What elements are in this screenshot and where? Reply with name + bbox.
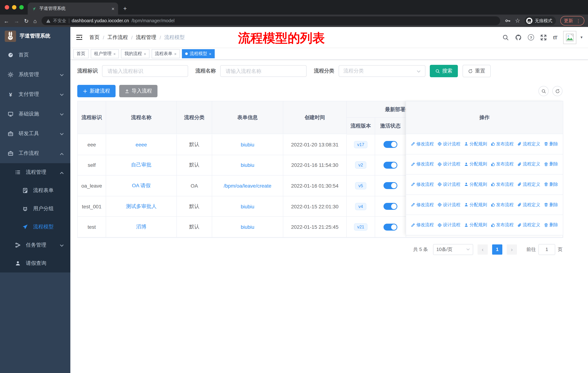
sidebar-item-payment[interactable]: ¥ 支付管理: [0, 84, 70, 104]
process-name-link[interactable]: 滔博: [136, 224, 146, 230]
design-process-link[interactable]: 设计流程: [437, 202, 460, 208]
close-icon[interactable]: ×: [113, 51, 116, 56]
search-icon[interactable]: [503, 34, 509, 40]
process-name-link[interactable]: 测试多审批人: [126, 203, 157, 210]
delete-link[interactable]: 删除: [544, 181, 558, 188]
form-info-link[interactable]: biubiu: [241, 224, 254, 230]
breadcrumb-process-mgmt[interactable]: 流程管理: [136, 34, 156, 40]
assign-rule-link[interactable]: 分配规则: [464, 222, 487, 228]
edit-process-link[interactable]: 修改流程: [411, 202, 434, 208]
close-icon[interactable]: ×: [174, 51, 177, 56]
font-size-icon[interactable]: tT: [553, 34, 557, 40]
avatar[interactable]: [563, 31, 577, 44]
form-info-link[interactable]: /bpm/oa/leave/create: [224, 183, 271, 189]
reload-button[interactable]: ↻: [24, 18, 29, 23]
process-name-input[interactable]: [225, 68, 302, 74]
key-icon[interactable]: [505, 18, 511, 24]
publish-process-link[interactable]: 发布流程: [491, 202, 514, 208]
process-name-link[interactable]: OA 请假: [132, 182, 151, 189]
process-category-select[interactable]: 流程分类: [339, 65, 425, 77]
tab-close-icon[interactable]: ×: [112, 6, 115, 11]
process-name-link[interactable]: eeee: [136, 142, 147, 148]
prev-page-button[interactable]: ‹: [478, 244, 488, 255]
delete-link[interactable]: 删除: [544, 222, 558, 228]
tag-tenant[interactable]: 租户管理 ×: [91, 49, 119, 58]
assign-rule-link[interactable]: 分配规则: [464, 141, 487, 147]
process-id-field[interactable]: [102, 65, 188, 77]
fullscreen-icon[interactable]: [540, 34, 547, 40]
edit-process-link[interactable]: 修改流程: [411, 161, 434, 167]
assign-rule-link[interactable]: 分配规则: [464, 161, 487, 167]
tag-my-process[interactable]: 我的流程 ×: [121, 49, 149, 58]
sidebar-collapse-icon[interactable]: [76, 34, 83, 41]
current-page-button[interactable]: 1: [492, 244, 502, 255]
process-definition-link[interactable]: 流程定义: [517, 222, 540, 228]
minimize-window-button[interactable]: [12, 5, 16, 10]
close-icon[interactable]: ×: [209, 51, 211, 56]
active-toggle[interactable]: [383, 223, 397, 230]
publish-process-link[interactable]: 发布流程: [491, 181, 514, 188]
design-process-link[interactable]: 设计流程: [437, 141, 460, 147]
process-definition-link[interactable]: 流程定义: [517, 202, 540, 208]
sidebar-item-user-group[interactable]: 用户分组: [0, 200, 70, 218]
delete-link[interactable]: 删除: [544, 161, 558, 167]
process-name-link[interactable]: 自己审批: [131, 162, 151, 169]
form-info-link[interactable]: biubiu: [241, 203, 254, 209]
assign-rule-link[interactable]: 分配规则: [464, 181, 487, 188]
process-definition-link[interactable]: 流程定义: [517, 181, 540, 188]
refresh-table-button[interactable]: [552, 86, 562, 96]
close-window-button[interactable]: [5, 5, 9, 10]
edit-process-link[interactable]: 修改流程: [411, 181, 434, 188]
zoom-window-button[interactable]: [19, 5, 24, 10]
browser-update-button[interactable]: 更新 ⋮: [560, 16, 584, 26]
github-icon[interactable]: [515, 34, 522, 40]
caret-down-icon[interactable]: ▾: [580, 35, 583, 40]
assign-rule-link[interactable]: 分配规则: [464, 202, 487, 208]
process-definition-link[interactable]: 流程定义: [517, 161, 540, 167]
sidebar-item-workflow[interactable]: 工作流程: [0, 143, 70, 163]
goto-page-input[interactable]: [538, 244, 555, 255]
edit-process-link[interactable]: 修改流程: [411, 222, 434, 228]
sidebar-item-infra[interactable]: 基础设施: [0, 104, 70, 124]
delete-link[interactable]: 删除: [544, 202, 558, 208]
sidebar-item-task-mgmt[interactable]: 任务管理: [0, 236, 70, 254]
form-info-link[interactable]: biubiu: [241, 142, 254, 148]
active-toggle[interactable]: [383, 203, 397, 210]
help-icon[interactable]: ?: [528, 34, 534, 40]
breadcrumb-workflow[interactable]: 工作流程: [107, 34, 128, 40]
address-bar[interactable]: 不安全 dashboard.yudao.iocoder.cn/bpm/manag…: [41, 16, 500, 25]
process-id-input[interactable]: [107, 68, 183, 74]
active-toggle[interactable]: [383, 182, 397, 189]
tag-process-model[interactable]: 流程模型 ×: [182, 49, 215, 58]
edit-process-link[interactable]: 修改流程: [411, 141, 434, 147]
sidebar-item-home[interactable]: 首页: [0, 45, 70, 65]
sidebar-item-process-form[interactable]: 流程表单: [0, 181, 70, 200]
forward-button[interactable]: →: [14, 18, 19, 23]
browser-tab[interactable]: 芋道管理系统 ×: [28, 2, 118, 15]
close-icon[interactable]: ×: [144, 51, 146, 56]
page-size-select[interactable]: 10条/页: [433, 244, 473, 255]
new-tab-button[interactable]: +: [123, 5, 127, 12]
active-toggle[interactable]: [383, 141, 397, 148]
sidebar-item-leave-query[interactable]: 请假查询: [0, 254, 70, 272]
sidebar-item-process-mgmt[interactable]: 流程管理: [0, 163, 70, 181]
form-info-link[interactable]: biubiu: [241, 162, 254, 168]
import-process-button[interactable]: 导入流程: [119, 85, 158, 97]
home-button[interactable]: ⌂: [33, 18, 37, 23]
process-definition-link[interactable]: 流程定义: [517, 141, 540, 147]
bookmark-star-icon[interactable]: ☆: [515, 18, 520, 24]
back-button[interactable]: ←: [4, 18, 9, 23]
tag-home[interactable]: 首页: [73, 49, 89, 58]
sidebar-item-process-model[interactable]: 流程模型: [0, 218, 70, 236]
show-search-button[interactable]: [538, 86, 549, 96]
design-process-link[interactable]: 设计流程: [437, 161, 460, 167]
publish-process-link[interactable]: 发布流程: [491, 141, 514, 147]
search-button[interactable]: 搜索: [430, 65, 458, 77]
sidebar-item-system[interactable]: 系统管理: [0, 65, 70, 84]
delete-link[interactable]: 删除: [544, 141, 558, 147]
window-controls[interactable]: [5, 5, 24, 10]
sidebar-item-devtools[interactable]: 研发工具: [0, 124, 70, 143]
design-process-link[interactable]: 设计流程: [437, 222, 460, 228]
publish-process-link[interactable]: 发布流程: [491, 222, 514, 228]
reset-button[interactable]: 重置: [462, 65, 491, 77]
